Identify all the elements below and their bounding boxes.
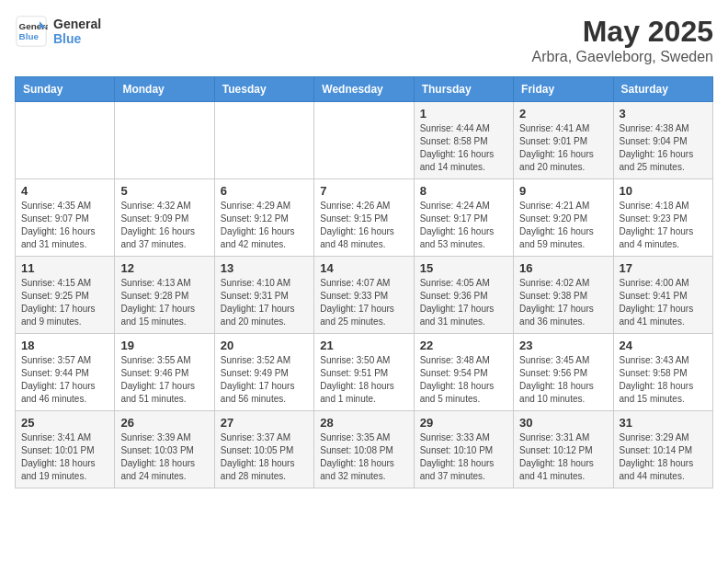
calendar-cell: 14Sunrise: 4:07 AM Sunset: 9:33 PM Dayli… bbox=[314, 257, 414, 334]
week-row-2: 4Sunrise: 4:35 AM Sunset: 9:07 PM Daylig… bbox=[16, 179, 713, 257]
calendar-title: May 2025 bbox=[532, 15, 713, 49]
day-detail: Sunrise: 3:48 AM Sunset: 9:54 PM Dayligh… bbox=[420, 354, 507, 406]
calendar-cell: 20Sunrise: 3:52 AM Sunset: 9:49 PM Dayli… bbox=[214, 334, 313, 411]
calendar-cell: 7Sunrise: 4:26 AM Sunset: 9:15 PM Daylig… bbox=[314, 179, 414, 257]
logo-text-general: General bbox=[53, 17, 101, 31]
day-detail: Sunrise: 3:35 AM Sunset: 10:08 PM Daylig… bbox=[320, 431, 407, 483]
week-row-1: 1Sunrise: 4:44 AM Sunset: 8:58 PM Daylig… bbox=[16, 102, 713, 179]
calendar-cell: 29Sunrise: 3:33 AM Sunset: 10:10 PM Dayl… bbox=[414, 411, 513, 488]
svg-text:Blue: Blue bbox=[19, 31, 40, 41]
day-number: 24 bbox=[620, 339, 707, 352]
calendar-cell: 10Sunrise: 4:18 AM Sunset: 9:23 PM Dayli… bbox=[613, 179, 712, 257]
weekday-header-sunday: Sunday bbox=[16, 77, 115, 102]
day-number: 19 bbox=[120, 339, 208, 352]
day-number: 23 bbox=[519, 339, 607, 352]
day-number: 10 bbox=[620, 184, 707, 198]
day-detail: Sunrise: 3:37 AM Sunset: 10:05 PM Daylig… bbox=[221, 431, 308, 483]
calendar-cell: 18Sunrise: 3:57 AM Sunset: 9:44 PM Dayli… bbox=[16, 334, 115, 411]
day-detail: Sunrise: 3:29 AM Sunset: 10:14 PM Daylig… bbox=[620, 431, 707, 483]
week-row-5: 25Sunrise: 3:41 AM Sunset: 10:01 PM Dayl… bbox=[16, 411, 713, 488]
day-detail: Sunrise: 3:57 AM Sunset: 9:44 PM Dayligh… bbox=[21, 354, 108, 406]
day-detail: Sunrise: 4:13 AM Sunset: 9:28 PM Dayligh… bbox=[120, 277, 208, 328]
calendar-cell: 2Sunrise: 4:41 AM Sunset: 9:01 PM Daylig… bbox=[514, 102, 613, 179]
calendar-cell: 6Sunrise: 4:29 AM Sunset: 9:12 PM Daylig… bbox=[214, 179, 313, 257]
day-number: 7 bbox=[320, 184, 407, 198]
calendar-cell: 24Sunrise: 3:43 AM Sunset: 9:58 PM Dayli… bbox=[613, 334, 712, 411]
calendar-cell: 22Sunrise: 3:48 AM Sunset: 9:54 PM Dayli… bbox=[414, 334, 513, 411]
day-number: 11 bbox=[21, 261, 108, 275]
weekday-header-wednesday: Wednesday bbox=[314, 77, 414, 102]
calendar-cell bbox=[16, 102, 115, 179]
day-number: 30 bbox=[519, 416, 607, 430]
title-block: May 2025 Arbra, Gaevleborg, Sweden bbox=[532, 15, 713, 65]
day-number: 17 bbox=[620, 261, 707, 275]
day-detail: Sunrise: 4:07 AM Sunset: 9:33 PM Dayligh… bbox=[320, 277, 407, 328]
day-detail: Sunrise: 3:45 AM Sunset: 9:56 PM Dayligh… bbox=[519, 354, 607, 406]
day-number: 3 bbox=[620, 107, 707, 121]
calendar-cell: 26Sunrise: 3:39 AM Sunset: 10:03 PM Dayl… bbox=[115, 411, 214, 488]
calendar-table: SundayMondayTuesdayWednesdayThursdayFrid… bbox=[15, 76, 713, 488]
calendar-cell: 13Sunrise: 4:10 AM Sunset: 9:31 PM Dayli… bbox=[214, 257, 313, 334]
calendar-cell: 15Sunrise: 4:05 AM Sunset: 9:36 PM Dayli… bbox=[414, 257, 513, 334]
day-detail: Sunrise: 3:33 AM Sunset: 10:10 PM Daylig… bbox=[420, 431, 507, 483]
calendar-cell: 4Sunrise: 4:35 AM Sunset: 9:07 PM Daylig… bbox=[16, 179, 115, 257]
weekday-header-row: SundayMondayTuesdayWednesdayThursdayFrid… bbox=[16, 77, 713, 102]
calendar-cell bbox=[115, 102, 214, 179]
week-row-3: 11Sunrise: 4:15 AM Sunset: 9:25 PM Dayli… bbox=[16, 257, 713, 334]
day-detail: Sunrise: 4:18 AM Sunset: 9:23 PM Dayligh… bbox=[620, 200, 707, 251]
weekday-header-friday: Friday bbox=[514, 77, 613, 102]
calendar-cell: 21Sunrise: 3:50 AM Sunset: 9:51 PM Dayli… bbox=[314, 334, 414, 411]
day-detail: Sunrise: 3:55 AM Sunset: 9:46 PM Dayligh… bbox=[120, 354, 208, 406]
day-detail: Sunrise: 3:31 AM Sunset: 10:12 PM Daylig… bbox=[519, 431, 607, 483]
day-number: 31 bbox=[620, 416, 707, 430]
calendar-cell: 30Sunrise: 3:31 AM Sunset: 10:12 PM Dayl… bbox=[514, 411, 613, 488]
week-row-4: 18Sunrise: 3:57 AM Sunset: 9:44 PM Dayli… bbox=[16, 334, 713, 411]
day-detail: Sunrise: 4:32 AM Sunset: 9:09 PM Dayligh… bbox=[120, 200, 208, 251]
day-number: 4 bbox=[21, 184, 108, 198]
day-number: 20 bbox=[221, 339, 308, 352]
day-detail: Sunrise: 3:52 AM Sunset: 9:49 PM Dayligh… bbox=[221, 354, 308, 406]
day-number: 2 bbox=[519, 107, 607, 121]
weekday-header-tuesday: Tuesday bbox=[214, 77, 313, 102]
day-number: 26 bbox=[120, 416, 208, 430]
day-number: 29 bbox=[420, 416, 507, 430]
day-number: 28 bbox=[320, 416, 407, 430]
calendar-cell: 11Sunrise: 4:15 AM Sunset: 9:25 PM Dayli… bbox=[16, 257, 115, 334]
day-number: 22 bbox=[420, 339, 507, 352]
calendar-cell: 23Sunrise: 3:45 AM Sunset: 9:56 PM Dayli… bbox=[514, 334, 613, 411]
calendar-cell: 27Sunrise: 3:37 AM Sunset: 10:05 PM Dayl… bbox=[214, 411, 313, 488]
calendar-cell bbox=[314, 102, 414, 179]
logo-icon: General Blue bbox=[15, 15, 48, 48]
day-number: 14 bbox=[320, 261, 407, 275]
day-number: 13 bbox=[221, 261, 308, 275]
day-number: 12 bbox=[120, 261, 208, 275]
day-number: 27 bbox=[221, 416, 308, 430]
day-detail: Sunrise: 4:00 AM Sunset: 9:41 PM Dayligh… bbox=[620, 277, 707, 328]
calendar-cell: 19Sunrise: 3:55 AM Sunset: 9:46 PM Dayli… bbox=[115, 334, 214, 411]
day-detail: Sunrise: 4:21 AM Sunset: 9:20 PM Dayligh… bbox=[519, 200, 607, 251]
day-detail: Sunrise: 4:44 AM Sunset: 8:58 PM Dayligh… bbox=[420, 122, 507, 174]
day-number: 25 bbox=[21, 416, 108, 430]
calendar-cell: 12Sunrise: 4:13 AM Sunset: 9:28 PM Dayli… bbox=[115, 257, 214, 334]
day-number: 15 bbox=[420, 261, 507, 275]
day-number: 9 bbox=[519, 184, 607, 198]
day-number: 5 bbox=[120, 184, 208, 198]
calendar-cell: 31Sunrise: 3:29 AM Sunset: 10:14 PM Dayl… bbox=[613, 411, 712, 488]
logo-text-blue: Blue bbox=[53, 31, 101, 46]
calendar-subtitle: Arbra, Gaevleborg, Sweden bbox=[532, 49, 713, 65]
day-number: 6 bbox=[221, 184, 308, 198]
day-number: 16 bbox=[519, 261, 607, 275]
weekday-header-thursday: Thursday bbox=[414, 77, 513, 102]
calendar-cell bbox=[214, 102, 313, 179]
day-detail: Sunrise: 4:29 AM Sunset: 9:12 PM Dayligh… bbox=[221, 200, 308, 251]
day-detail: Sunrise: 4:05 AM Sunset: 9:36 PM Dayligh… bbox=[420, 277, 507, 328]
day-detail: Sunrise: 3:43 AM Sunset: 9:58 PM Dayligh… bbox=[620, 354, 707, 406]
day-detail: Sunrise: 4:38 AM Sunset: 9:04 PM Dayligh… bbox=[620, 122, 707, 174]
day-detail: Sunrise: 4:35 AM Sunset: 9:07 PM Dayligh… bbox=[21, 200, 108, 251]
day-number: 8 bbox=[420, 184, 507, 198]
calendar-cell: 9Sunrise: 4:21 AM Sunset: 9:20 PM Daylig… bbox=[514, 179, 613, 257]
page-header: General Blue General Blue May 2025 Arbra… bbox=[15, 15, 713, 65]
weekday-header-monday: Monday bbox=[115, 77, 214, 102]
calendar-cell: 25Sunrise: 3:41 AM Sunset: 10:01 PM Dayl… bbox=[16, 411, 115, 488]
day-detail: Sunrise: 4:24 AM Sunset: 9:17 PM Dayligh… bbox=[420, 200, 507, 251]
